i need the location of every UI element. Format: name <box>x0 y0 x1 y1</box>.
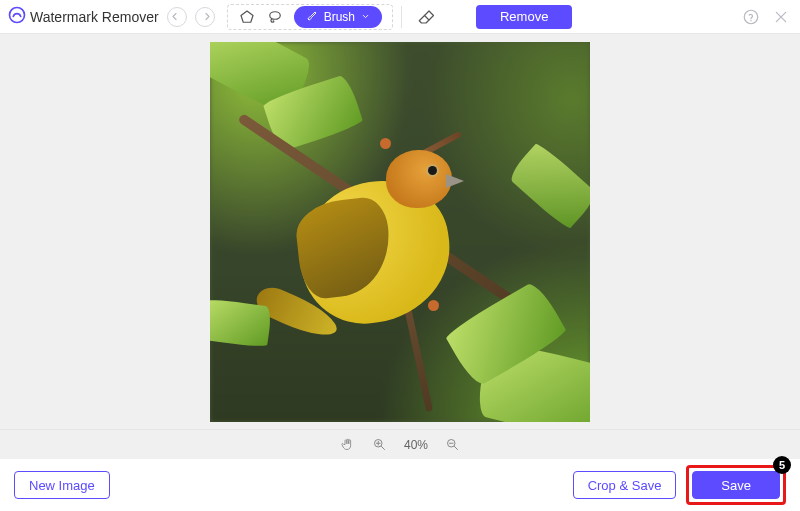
selection-tool-group: Brush <box>227 4 393 30</box>
toolbar-separator <box>401 6 402 28</box>
top-toolbar: Watermark Remover Brush Remove <box>0 0 800 34</box>
redo-button[interactable] <box>195 7 215 27</box>
svg-point-0 <box>10 7 25 22</box>
svg-point-1 <box>269 11 280 19</box>
svg-point-3 <box>750 20 752 22</box>
logo-icon <box>8 6 26 28</box>
step-badge: 5 <box>773 456 791 474</box>
help-button[interactable] <box>740 6 762 28</box>
remove-button[interactable]: Remove <box>476 5 572 29</box>
help-icon <box>742 8 760 26</box>
brush-icon <box>306 9 318 24</box>
zoom-out-button[interactable] <box>444 437 460 453</box>
zoom-in-button[interactable] <box>372 437 388 453</box>
crop-and-save-button[interactable]: Crop & Save <box>573 471 677 499</box>
zoom-in-icon <box>372 437 387 452</box>
brush-tool-button[interactable]: Brush <box>294 6 382 28</box>
lasso-select-icon[interactable] <box>266 8 284 26</box>
working-image[interactable] <box>210 42 590 422</box>
eraser-icon <box>417 8 435 26</box>
undo-button[interactable] <box>167 7 187 27</box>
new-image-button[interactable]: New Image <box>14 471 110 499</box>
hand-icon <box>340 437 355 452</box>
svg-point-2 <box>744 10 758 24</box>
zoom-bar: 40% <box>0 429 800 459</box>
hand-tool-button[interactable] <box>340 437 356 453</box>
close-icon <box>773 9 789 25</box>
save-highlight: Save 5 <box>686 465 786 505</box>
brush-label: Brush <box>324 10 355 24</box>
zoom-level: 40% <box>404 438 428 452</box>
close-button[interactable] <box>770 6 792 28</box>
eraser-tool-button[interactable] <box>412 4 440 30</box>
chevron-down-icon <box>361 10 370 24</box>
brand: Watermark Remover <box>8 6 159 28</box>
polygon-select-icon[interactable] <box>238 8 256 26</box>
canvas-area <box>0 34 800 429</box>
save-button[interactable]: Save <box>692 471 780 499</box>
zoom-out-icon <box>445 437 460 452</box>
footer: New Image Crop & Save Save 5 <box>0 459 800 511</box>
app-title: Watermark Remover <box>30 9 159 25</box>
